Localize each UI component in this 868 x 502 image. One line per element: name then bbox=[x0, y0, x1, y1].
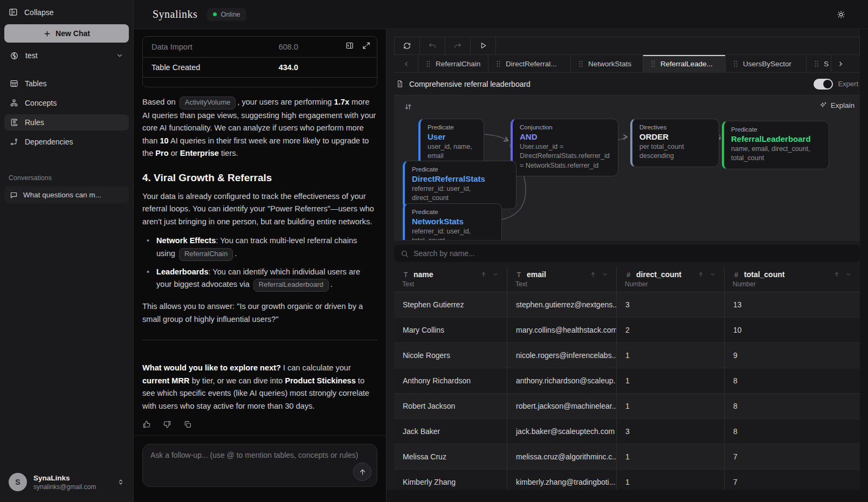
graph-canvas[interactable]: Explain Predicate User user_id, name, em… bbox=[394, 95, 860, 240]
message-divider bbox=[142, 340, 377, 340]
chevron-down-icon bbox=[602, 271, 608, 278]
column-header-email[interactable]: Temail Text bbox=[507, 267, 617, 292]
cell-direct-count: 2 bbox=[617, 318, 725, 342]
sort-asc-button[interactable] bbox=[480, 271, 487, 278]
node-networkstats[interactable]: Predicate NetworkStats referrer_id: user… bbox=[403, 203, 502, 240]
node-referralleaderboard[interactable]: Predicate ReferralLeaderboard name, emai… bbox=[722, 121, 829, 169]
column-header-total-count[interactable]: #total_count Number bbox=[725, 267, 860, 292]
collapse-button[interactable]: Collapse bbox=[0, 0, 133, 22]
table-row[interactable]: Melissa Cruz melissa.cruz@algorithminc.c… bbox=[394, 444, 860, 470]
sidebar-item-rules[interactable]: Rules bbox=[4, 114, 129, 130]
search-input[interactable] bbox=[414, 249, 853, 258]
redo-button[interactable] bbox=[445, 37, 471, 54]
text-type-icon: T bbox=[515, 271, 522, 279]
referralchain-chip[interactable]: ReferralChain bbox=[179, 248, 233, 261]
new-chat-button[interactable]: New Chat bbox=[4, 24, 129, 43]
thumbs-down-button[interactable] bbox=[163, 420, 171, 429]
table-row[interactable]: Kimberly Zhang kimberly.zhang@tradingbot… bbox=[394, 470, 860, 490]
tab-referralleaderboard[interactable]: ReferralLeade... bbox=[643, 55, 726, 73]
refresh-button[interactable] bbox=[395, 37, 420, 54]
project-selector[interactable]: test bbox=[4, 47, 129, 64]
tab-scroll-left-button[interactable] bbox=[394, 55, 418, 73]
composer bbox=[134, 435, 386, 502]
table-icon bbox=[10, 79, 18, 88]
send-button[interactable] bbox=[353, 463, 371, 481]
column-header-name[interactable]: Tname Text bbox=[394, 267, 507, 292]
refresh-icon bbox=[403, 42, 411, 50]
explain-button[interactable]: Explain bbox=[819, 101, 855, 109]
sidebar-item-tables[interactable]: Tables bbox=[4, 75, 129, 92]
sidebar-item-concepts[interactable]: Concepts bbox=[4, 95, 129, 111]
search-icon bbox=[401, 250, 409, 258]
main-area: Synalinks Online Data Import 608.0 bbox=[134, 0, 868, 502]
composer-box bbox=[142, 444, 377, 487]
cell-name: Mary Collins bbox=[394, 318, 507, 342]
cell-email: kimberly.zhang@tradingboti... bbox=[507, 470, 617, 490]
arrow-up-icon bbox=[480, 271, 487, 278]
results-table-header: Tname Text Temail Text #direct_count bbox=[394, 267, 860, 292]
panel-right-button[interactable] bbox=[346, 42, 354, 50]
message-paragraph: Based on ActivityVolume, your users are … bbox=[142, 96, 377, 160]
column-menu-button[interactable] bbox=[602, 271, 608, 278]
hierarchy-icon bbox=[10, 99, 18, 107]
cell-email: melissa.cruz@algorithminc.c... bbox=[507, 444, 617, 469]
sort-order-button[interactable] bbox=[404, 102, 412, 111]
table-row[interactable]: Jack Baker jack.baker@scaleuptech.com 3 … bbox=[394, 419, 860, 444]
cell-email: anthony.richardson@scaleup... bbox=[507, 368, 617, 393]
table-row[interactable]: Robert Jackson robert.jackson@machinelea… bbox=[394, 394, 860, 419]
node-directreferralstats[interactable]: Predicate DirectReferralStats referrer_i… bbox=[403, 161, 516, 209]
expert-toggle[interactable] bbox=[814, 79, 833, 90]
expand-button[interactable] bbox=[362, 42, 370, 50]
column-menu-button[interactable] bbox=[845, 271, 852, 278]
table-row[interactable]: Stephen Gutierrez stephen.gutierrez@next… bbox=[394, 292, 860, 318]
text-type-icon: T bbox=[402, 271, 409, 279]
sidebar-item-dependencies[interactable]: Dependencies bbox=[4, 134, 129, 150]
node-order[interactable]: Directives ORDER per total_count descend… bbox=[630, 119, 719, 167]
cell-name: Kimberly Zhang bbox=[394, 470, 507, 490]
chat-bubble-icon bbox=[10, 191, 18, 199]
referralleaderboard-chip[interactable]: ReferralLeaderboard bbox=[253, 279, 329, 292]
run-button[interactable] bbox=[471, 37, 496, 54]
top-bar: Synalinks Online bbox=[134, 0, 868, 29]
tab-networkstats[interactable]: NetworkStats bbox=[571, 55, 643, 73]
bottom-gutter bbox=[387, 490, 868, 502]
tab-directreferral[interactable]: DirectReferral... bbox=[488, 55, 571, 73]
table-row[interactable]: Nicole Rogers nicole.rogers@inferencelab… bbox=[394, 343, 860, 368]
sort-asc-button[interactable] bbox=[698, 271, 704, 278]
column-menu-button[interactable] bbox=[492, 271, 499, 278]
column-menu-button[interactable] bbox=[709, 271, 716, 278]
cell-direct-count: 1 bbox=[617, 394, 725, 418]
tab-referralchain[interactable]: ReferralChain bbox=[418, 55, 488, 73]
workspace-panel: ReferralChain DirectReferral... NetworkS… bbox=[386, 29, 868, 502]
grip-icon bbox=[733, 60, 738, 67]
tab-usersbysector[interactable]: UsersBySector bbox=[726, 55, 807, 73]
expert-label: Expert bbox=[838, 80, 858, 88]
conversation-item[interactable]: What questions can m... bbox=[4, 186, 129, 203]
undo-button[interactable] bbox=[420, 37, 445, 54]
composer-input[interactable] bbox=[150, 451, 369, 480]
tab-scroll-right-button[interactable] bbox=[831, 55, 850, 73]
table-row[interactable]: Mary Collins mary.collins@healthstack.co… bbox=[394, 318, 860, 343]
thumbs-up-button[interactable] bbox=[142, 420, 151, 429]
node-user[interactable]: Predicate User user_id, name, email bbox=[418, 119, 484, 167]
sort-asc-button[interactable] bbox=[590, 271, 596, 278]
chevrons-up-down-icon bbox=[117, 478, 125, 486]
sort-asc-button[interactable] bbox=[833, 271, 840, 278]
cell-name: Stephen Gutierrez bbox=[394, 292, 507, 317]
activityvolume-chip[interactable]: ActivityVolume bbox=[180, 97, 236, 109]
cell-email: mary.collins@healthstack.com bbox=[507, 318, 617, 342]
copy-button[interactable] bbox=[183, 420, 192, 429]
cell-name: Robert Jackson bbox=[394, 394, 507, 418]
arrow-down-up-icon bbox=[404, 102, 412, 111]
cell-email: robert.jackson@machinelear... bbox=[507, 394, 617, 418]
tab-truncated[interactable]: S bbox=[807, 55, 831, 73]
cell-direct-count: 1 bbox=[617, 343, 725, 368]
column-header-direct-count[interactable]: #direct_count Number bbox=[617, 267, 725, 292]
node-and[interactable]: Conjunction AND User.user_id = DirectRef… bbox=[511, 119, 618, 177]
cell-email: nicole.rogers@inferencelabs.... bbox=[507, 343, 617, 368]
theme-toggle-button[interactable] bbox=[837, 10, 845, 19]
user-menu[interactable]: S SynaLinks synalinks@gmail.com bbox=[0, 465, 133, 502]
cell-name: Jack Baker bbox=[394, 419, 507, 444]
sparkles-icon bbox=[819, 101, 827, 109]
table-row[interactable]: Anthony Richardson anthony.richardson@sc… bbox=[394, 368, 860, 394]
